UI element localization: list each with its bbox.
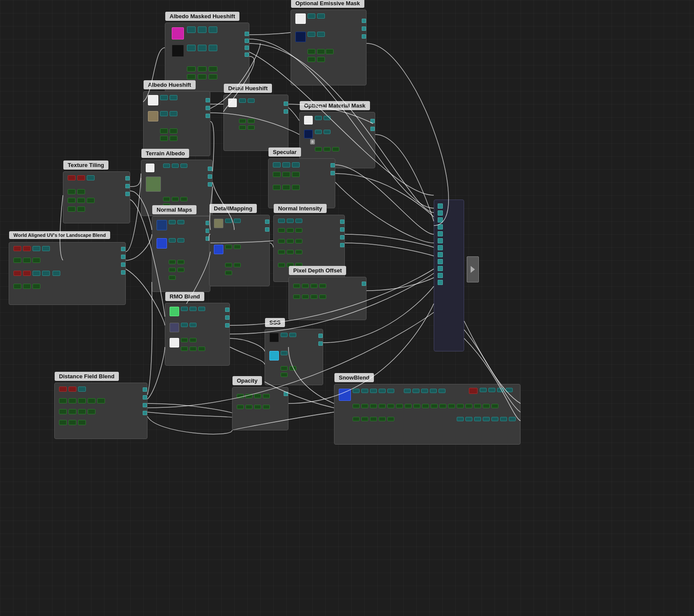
node-detail-mapping[interactable]: DetailMapping xyxy=(209,215,270,286)
node-world-aligned[interactable]: World Aligned UV's for Landscape Blend xyxy=(9,242,126,305)
node-detail-mapping-label: DetailMapping xyxy=(210,204,257,213)
node-optional-material-label: Optional Material Mask xyxy=(300,101,370,110)
node-sss[interactable]: SSS xyxy=(265,329,323,385)
node-albedo-hueshift[interactable]: Albedo Hueshift xyxy=(143,91,210,156)
node-albedo-hueshift-label: Albedo Hueshift xyxy=(144,80,196,89)
node-specular[interactable]: Specular xyxy=(268,158,335,208)
node-detail-hueshift-label: Detail Hueshift xyxy=(224,84,272,93)
node-distance-field-label: Distance Field Blend xyxy=(55,372,119,381)
node-distance-field[interactable]: Distance Field Blend xyxy=(54,383,147,439)
node-world-aligned-label: World Aligned UV's for Landscape Blend xyxy=(9,231,110,239)
node-pixel-depth[interactable]: Pixel Depth Offset xyxy=(288,277,367,320)
node-optional-emissive-label: Optional Emissive Mask xyxy=(291,0,364,8)
node-normal-maps[interactable]: Normal Maps xyxy=(152,216,210,292)
node-rmo-blend-label: RMO Blend xyxy=(165,292,204,301)
node-rmo-blend[interactable]: RMO Blend xyxy=(165,303,230,366)
node-albedo-masked-label: Albedo Masked Hueshift xyxy=(165,12,239,21)
node-detail-hueshift[interactable]: Detail Hueshift xyxy=(223,95,288,151)
node-opacity[interactable]: Opacity xyxy=(232,387,288,430)
node-texture-tiling-label: Texture Tiling xyxy=(63,161,108,170)
node-terrain-albedo-label: Terrain Albedo xyxy=(141,149,189,158)
node-snow-blend[interactable]: SnowBlend xyxy=(334,384,520,445)
node-main-output[interactable] xyxy=(434,200,464,351)
node-snow-blend-label: SnowBlend xyxy=(334,373,374,382)
node-optional-emissive[interactable]: Optional Emissive Mask xyxy=(291,10,367,85)
node-texture-tiling[interactable]: Texture Tiling xyxy=(63,171,130,223)
node-specular-label: Specular xyxy=(268,147,301,157)
node-pixel-depth-label: Pixel Depth Offset xyxy=(289,266,346,275)
node-opacity-label: Opacity xyxy=(232,376,262,385)
node-normal-intensity-label: Normal Intensity xyxy=(274,204,327,213)
node-normal-maps-label: Normal Maps xyxy=(152,205,196,214)
node-sss-label: SSS xyxy=(265,318,285,327)
